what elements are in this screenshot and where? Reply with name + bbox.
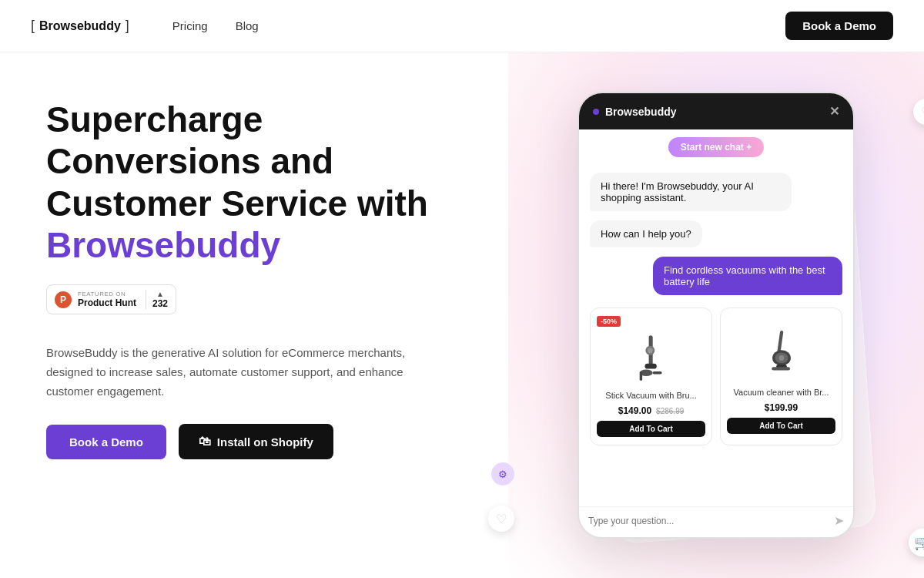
svg-rect-11 <box>772 367 790 370</box>
product-name-2: Vacuum cleaner with Br... <box>734 387 829 398</box>
chat-bubble-greeting: Hi there! I'm Browsebuddy, your AI shopp… <box>590 173 792 211</box>
chat-header-left: Browsebuddy <box>593 106 677 118</box>
price-row-2: $199.99 <box>765 402 798 413</box>
chat-header: Browsebuddy ✕ <box>579 93 853 129</box>
chat-bubble-user-query: Find cordless vacuums with the best batt… <box>653 257 842 295</box>
product-name-1: Stick Vacuum with Bru... <box>605 390 696 401</box>
hero-heading-line2: Customer Service with <box>46 183 477 224</box>
close-icon[interactable]: ✕ <box>829 104 839 119</box>
cart-icon: 🛒 <box>914 534 924 551</box>
nav-links: Pricing Blog <box>160 13 271 39</box>
ph-text: FEATURED ON Product Hunt <box>78 291 136 308</box>
hero-visual: Browsebuddy ✕ Start new chat + Hi there!… <box>508 52 924 578</box>
svg-point-6 <box>647 348 652 353</box>
hero-section: Supercharge Conversions and Customer Ser… <box>0 52 508 490</box>
ph-count: ▲ 232 <box>146 290 168 309</box>
new-chat-button[interactable]: Start new chat + <box>668 137 764 157</box>
svg-point-12 <box>778 355 784 361</box>
product-card-2: Vacuum cleaner with Br... $199.99 Add To… <box>720 307 842 445</box>
send-icon[interactable]: ➤ <box>834 513 844 528</box>
chat-input-field[interactable] <box>588 516 828 526</box>
hero-buttons: Book a Demo 🛍 Install on Shopify <box>46 424 477 459</box>
product-image-2 <box>755 328 808 382</box>
svg-rect-1 <box>644 364 656 369</box>
logo-text: Browsebuddy <box>39 19 121 33</box>
heart-icon-bottom: ♡ <box>496 512 507 526</box>
add-to-cart-button-1[interactable]: Add To Cart <box>597 421 705 437</box>
chat-title: Browsebuddy <box>605 106 677 118</box>
chat-body: Hi there! I'm Browsebuddy, your AI shopp… <box>579 165 853 506</box>
ph-label-big: Product Hunt <box>78 297 136 308</box>
product-old-price-1: $286.99 <box>656 407 684 415</box>
hero-brand-name: Browsebuddy <box>46 224 477 266</box>
chat-bubble-help: How can I help you? <box>590 220 702 247</box>
nav-cta-button[interactable]: Book a Demo <box>785 12 893 40</box>
shopify-bag-icon: 🛍 <box>199 435 211 449</box>
floating-heart-bottom: ♡ <box>488 506 514 532</box>
sale-badge-1: -50% <box>597 316 621 327</box>
ph-label-small: FEATURED ON <box>78 291 136 297</box>
book-demo-button[interactable]: Book a Demo <box>46 425 166 459</box>
product-price-1: $149.00 <box>618 405 651 416</box>
hero-heading-line1: Supercharge Conversions and <box>46 99 477 183</box>
product-cards: -50% <box>590 307 842 445</box>
navbar: [ Browsebuddy ] Pricing Blog Book a Demo <box>0 0 924 52</box>
ph-number: 232 <box>152 298 168 309</box>
svg-rect-4 <box>652 371 661 374</box>
price-row-1: $149.00 $286.99 <box>618 405 685 416</box>
product-price-2: $199.99 <box>765 402 798 413</box>
logo[interactable]: [ Browsebuddy ] <box>31 18 129 34</box>
product-hunt-badge[interactable]: P FEATURED ON Product Hunt ▲ 232 <box>46 284 176 314</box>
hero-description: BrowseBuddy is the generative AI solutio… <box>46 344 416 401</box>
ph-arrow-icon: ▲ <box>156 290 164 298</box>
install-shopify-label: Install on Shopify <box>217 435 313 449</box>
heart-icon-top: ♡ <box>921 105 924 119</box>
nav-blog[interactable]: Blog <box>223 13 271 39</box>
floating-dot-bottom-left: ⚙ <box>491 462 514 486</box>
ph-logo-icon: P <box>55 291 72 308</box>
nav-pricing[interactable]: Pricing <box>160 13 220 39</box>
install-shopify-button[interactable]: 🛍 Install on Shopify <box>179 424 333 459</box>
chat-dot-icon <box>593 109 599 115</box>
logo-bracket-right: ] <box>126 18 129 34</box>
product-card-1: -50% <box>590 307 712 445</box>
main-content: Supercharge Conversions and Customer Ser… <box>0 52 924 578</box>
logo-bracket-left: [ <box>31 18 35 34</box>
vacuum-svg-2 <box>758 329 805 381</box>
vacuum-svg-1 <box>628 332 675 385</box>
add-to-cart-button-2[interactable]: Add To Cart <box>727 418 835 434</box>
product-image-1 <box>624 331 678 385</box>
phone-mockup: Browsebuddy ✕ Start new chat + Hi there!… <box>578 92 855 539</box>
chat-input-row: ➤ <box>579 506 853 537</box>
svg-rect-3 <box>639 371 641 381</box>
